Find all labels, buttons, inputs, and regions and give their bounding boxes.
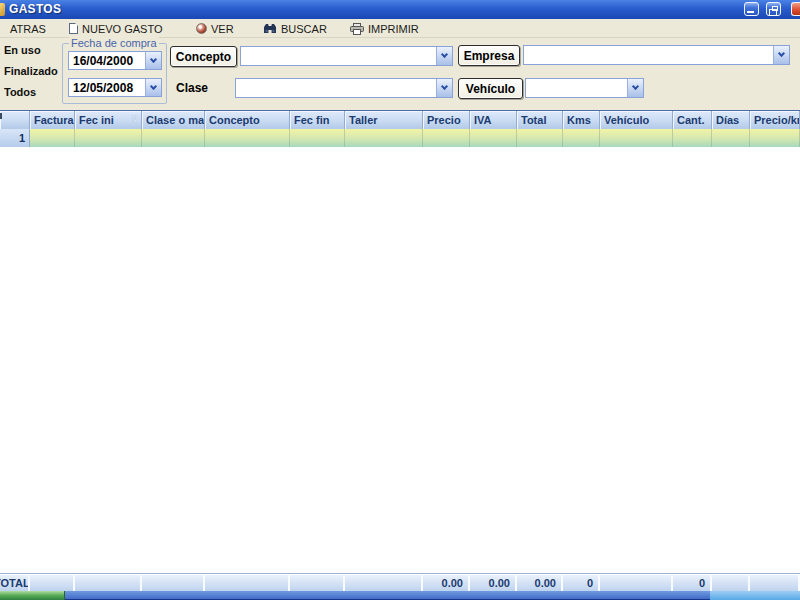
- column-header-precio[interactable]: Precio: [423, 111, 470, 129]
- empresa-dropdown-arrow[interactable]: [773, 46, 789, 64]
- total-cell-taller: [345, 574, 423, 591]
- row-cell-fec-ini[interactable]: [75, 129, 142, 147]
- toolbar-nuevo-gasto[interactable]: NUEVO GASTO: [69, 19, 162, 38]
- row-cell-iva[interactable]: [470, 129, 517, 147]
- total-value: 0: [587, 577, 593, 589]
- clase-dropdown-arrow[interactable]: [436, 79, 452, 97]
- fecha-desde-dropdown-arrow[interactable]: [145, 52, 161, 69]
- row-cell-precio-km[interactable]: [750, 129, 800, 147]
- clase-combo[interactable]: [235, 78, 453, 98]
- total-cell-vehiculo: [600, 574, 673, 591]
- column-header-precio-km[interactable]: Precio/km: [750, 111, 800, 129]
- vehiculo-combo[interactable]: [525, 78, 644, 98]
- row-cell-dias[interactable]: [712, 129, 750, 147]
- concepto-dropdown-arrow[interactable]: [436, 47, 452, 65]
- fecha-compra-group-label: Fecha de compra: [69, 37, 159, 49]
- total-value: 0.00: [489, 577, 510, 589]
- toolbar-buscar-label: BUSCAR: [281, 23, 327, 35]
- column-header-label: Clase o mar: [146, 114, 205, 126]
- column-header-vehiculo[interactable]: Vehículo: [600, 111, 673, 129]
- toolbar-atras[interactable]: ATRAS: [10, 19, 46, 38]
- empresa-combo[interactable]: [523, 45, 790, 65]
- row-cell-kms[interactable]: [563, 129, 600, 147]
- column-header-label: Precio/km: [754, 114, 800, 126]
- scrollbar-thumb[interactable]: [0, 591, 65, 600]
- column-header-fec-ini[interactable]: Fec ini▽: [75, 111, 142, 129]
- total-cell-factura: [30, 574, 75, 591]
- column-header-fec-fin[interactable]: Fec fin: [290, 111, 345, 129]
- fecha-hasta-combo[interactable]: 12/05/2008: [68, 78, 162, 97]
- grid-row-selected[interactable]: 1: [0, 129, 800, 147]
- column-header-clase-o-marca[interactable]: Clase o mar: [142, 111, 205, 129]
- column-header-dias[interactable]: Días: [712, 111, 750, 129]
- row-cell-taller[interactable]: [345, 129, 423, 147]
- grid-empty-area: [0, 147, 800, 573]
- fecha-hasta-dropdown-arrow[interactable]: [145, 79, 161, 96]
- total-cell-dias: [712, 574, 750, 591]
- row-cell-vehiculo[interactable]: [600, 129, 673, 147]
- total-cell-total: 0.00: [517, 574, 563, 591]
- concepto-combo[interactable]: [240, 46, 453, 66]
- filter-todos[interactable]: Todos: [4, 86, 36, 98]
- app-icon: [0, 3, 5, 16]
- column-header-taller[interactable]: Taller: [345, 111, 423, 129]
- column-header-label: Vehículo: [604, 114, 649, 126]
- titlebar: GASTOS: [0, 0, 800, 19]
- row-cell-cant[interactable]: [673, 129, 712, 147]
- column-header-rownum[interactable]: [0, 111, 30, 129]
- column-header-label: Factura: [34, 114, 74, 126]
- row-cell-total[interactable]: [517, 129, 563, 147]
- column-header-cant[interactable]: Cant.: [673, 111, 712, 129]
- eye-icon: [196, 23, 207, 34]
- vehiculo-value: [526, 79, 627, 97]
- concepto-button[interactable]: Concepto: [170, 46, 237, 67]
- total-cell-cant: 0: [673, 574, 712, 591]
- filter-finalizado[interactable]: Finalizado: [4, 65, 58, 77]
- column-header-label: Taller: [349, 114, 378, 126]
- row-number-cell[interactable]: 1: [0, 129, 30, 147]
- header-corner-mark: [0, 113, 2, 119]
- empresa-button[interactable]: Empresa: [458, 45, 520, 66]
- total-cell-precio: 0.00: [423, 574, 470, 591]
- toolbar-nuevo-gasto-label: NUEVO GASTO: [82, 23, 162, 35]
- column-header-label: Total: [521, 114, 546, 126]
- row-cell-clase-o-marca[interactable]: [142, 129, 205, 147]
- column-header-total[interactable]: Total: [517, 111, 563, 129]
- total-cell-kms: 0: [563, 574, 600, 591]
- chevron-down-icon: [150, 82, 157, 89]
- chevron-down-icon: [778, 50, 785, 57]
- scrollbar-track-light[interactable]: [710, 591, 800, 600]
- fecha-desde-combo[interactable]: 16/04/2000: [68, 51, 162, 70]
- toolbar-ver[interactable]: VER: [196, 19, 234, 38]
- toolbar-imprimir[interactable]: IMPRIMIR: [350, 19, 419, 38]
- vehiculo-dropdown-arrow[interactable]: [627, 79, 643, 97]
- column-header-iva[interactable]: IVA: [470, 111, 517, 129]
- close-button[interactable]: [791, 2, 800, 16]
- fecha-hasta-value: 12/05/2008: [69, 79, 145, 96]
- horizontal-scrollbar[interactable]: [0, 591, 800, 600]
- chevron-down-icon: [632, 83, 639, 90]
- row-cell-fec-fin[interactable]: [290, 129, 345, 147]
- grid-total-row: TOTAL0.000.000.0000: [0, 573, 800, 591]
- row-cell-factura[interactable]: [30, 129, 75, 147]
- empresa-value: [524, 46, 773, 64]
- column-header-label: Concepto: [209, 114, 260, 126]
- printer-icon: [350, 23, 364, 35]
- row-cell-concepto[interactable]: [205, 129, 290, 147]
- clase-value: [236, 79, 436, 97]
- column-header-factura[interactable]: Factura: [30, 111, 75, 129]
- row-cell-precio[interactable]: [423, 129, 470, 147]
- column-header-label: Precio: [427, 114, 461, 126]
- total-cell-rownum: TOTAL: [0, 574, 30, 591]
- filter-en-uso[interactable]: En uso: [4, 44, 41, 56]
- clase-label: Clase: [176, 81, 208, 95]
- minimize-button[interactable]: [744, 2, 759, 16]
- fecha-desde-value: 16/04/2000: [69, 52, 145, 69]
- toolbar-buscar[interactable]: BUSCAR: [263, 19, 327, 38]
- column-header-kms[interactable]: Kms: [563, 111, 600, 129]
- vehiculo-button[interactable]: Vehículo: [458, 78, 523, 99]
- restore-icon: [772, 6, 778, 11]
- column-header-concepto[interactable]: Concepto: [205, 111, 290, 129]
- total-cell-clase-o-marca: [142, 574, 205, 591]
- maximize-button[interactable]: [766, 2, 781, 16]
